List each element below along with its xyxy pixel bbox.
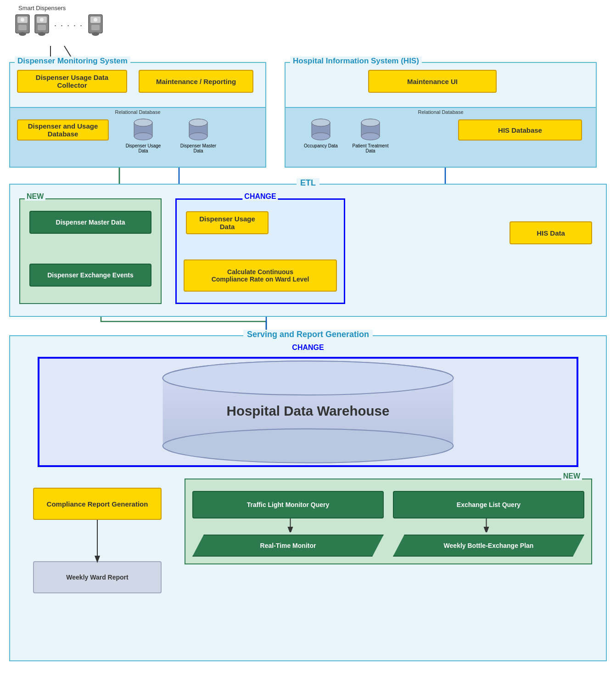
dispenser-db-box: Dispenser and Usage Database <box>17 119 109 141</box>
data-warehouse-box: Hospital Data Warehouse <box>38 357 578 467</box>
db-cylinder-occupancy <box>309 117 332 142</box>
svg-point-9 <box>40 18 44 22</box>
svg-rect-2 <box>18 25 27 30</box>
real-time-monitor-box: Real-Time Monitor <box>192 535 384 557</box>
svg-point-3 <box>19 32 26 36</box>
his-box: Hospital Information System (HIS) Mainte… <box>285 62 597 168</box>
new-group-box: NEW Traffic Light Monitor Query Exchange… <box>185 479 592 564</box>
his-title: Hospital Information System (HIS) <box>290 56 422 66</box>
output-boxes-row: Real-Time Monitor Weekly Bottle-Exchange… <box>192 535 584 557</box>
dms-reldb-section: Relational Database Dispenser and Usage … <box>10 107 265 167</box>
dispensers-icons: · · · · · <box>14 14 104 37</box>
his-db-box: HIS Database <box>458 119 582 141</box>
occupancy-data-label: Occupancy Data <box>304 143 338 148</box>
svg-point-38 <box>312 133 330 140</box>
svg-rect-7 <box>38 25 46 30</box>
svg-point-34 <box>189 133 207 140</box>
etl-change-label: CHANGE <box>242 192 278 201</box>
dispenser-icon-n <box>87 14 104 37</box>
svg-point-35 <box>189 119 207 126</box>
cylinder-svg: Hospital Data Warehouse <box>39 359 577 465</box>
exchange-list-box: Exchange List Query <box>393 491 584 518</box>
smart-dispensers-section: Smart Dispensers · · · · · <box>14 5 104 37</box>
etl-change-box: CHANGE Dispenser Usage Data Calculate Co… <box>175 198 345 304</box>
calculate-rate-box: Calculate Continuous Compliance Rate on … <box>184 259 337 292</box>
compliance-report-box: Compliance Report Generation <box>33 488 162 520</box>
svg-point-42 <box>361 133 380 140</box>
diagram-container: Smart Dispensers · · · · · <box>0 0 616 676</box>
his-reldb-label: Relational Database <box>286 108 596 116</box>
patient-treatment-icon: Patient Treatment Data <box>350 117 391 153</box>
weekly-bottle-box: Weekly Bottle-Exchange Plan <box>393 535 584 557</box>
maintenance-ui-box: Maintenance UI <box>368 70 497 93</box>
etl-new-box: NEW Dispenser Master Data Dispenser Exch… <box>19 198 162 304</box>
new-label-serving: NEW <box>561 472 582 480</box>
svg-point-14 <box>94 18 97 22</box>
dispenser-collector-box: Dispenser Usage Data Collector <box>17 70 127 93</box>
inner-arrows-svg <box>192 518 584 532</box>
cylinder-container: Hospital Data Warehouse <box>39 359 577 465</box>
dispenser-usage-data-etl: Dispenser Usage Data <box>186 211 269 234</box>
dispenser-master-data-etl: Dispenser Master Data <box>29 211 151 234</box>
svg-point-39 <box>312 119 330 126</box>
his-data-box: HIS Data <box>510 221 592 244</box>
etl-new-label: NEW <box>25 192 45 201</box>
serving-section: Serving and Report Generation CHANGE <box>9 335 607 661</box>
dispenser-usage-data-label: Dispenser Usage Data <box>125 143 162 153</box>
svg-point-47 <box>163 361 454 395</box>
svg-text:Hospital Data Warehouse: Hospital Data Warehouse <box>227 403 390 418</box>
svg-point-46 <box>163 429 454 463</box>
svg-point-31 <box>134 119 152 126</box>
db-cylinder-icon-usage <box>132 117 155 142</box>
db-cylinder-icon-master <box>187 117 210 142</box>
db-cylinder-patient <box>359 117 382 142</box>
dispenser-exchange-events-etl: Dispenser Exchange Events <box>29 264 151 287</box>
dispenser-icon-1 <box>14 14 31 37</box>
weekly-ward-report-box: Weekly Ward Report <box>33 561 162 593</box>
dms-title: Dispenser Monitoring System <box>15 56 130 66</box>
svg-point-43 <box>361 119 380 126</box>
dispenser-master-data-label: Dispenser Master Data <box>180 143 217 153</box>
serving-change-label: CHANGE <box>292 344 324 352</box>
patient-treatment-label: Patient Treatment Data <box>350 143 391 153</box>
dispenser-icon-2 <box>33 14 50 37</box>
traffic-light-box: Traffic Light Monitor Query <box>192 491 384 518</box>
maintenance-reporting-box: Maintenance / Reporting <box>139 70 253 93</box>
svg-point-4 <box>21 18 24 22</box>
svg-rect-12 <box>91 25 100 30</box>
svg-point-13 <box>92 32 99 36</box>
compliance-to-weekly-arrow <box>10 520 125 566</box>
smart-dispensers-label: Smart Dispensers <box>18 5 66 11</box>
occupancy-data-icon: Occupancy Data <box>304 117 338 148</box>
etl-section: ETL NEW Dispenser Master Data Dispenser … <box>9 184 607 317</box>
etl-title: ETL <box>297 178 319 188</box>
svg-point-8 <box>38 32 45 36</box>
weekly-bottle-wrap: Weekly Bottle-Exchange Plan <box>393 535 584 557</box>
real-time-monitor-wrap: Real-Time Monitor <box>192 535 384 557</box>
dots-separator: · · · · · <box>54 21 83 30</box>
query-boxes-row: Traffic Light Monitor Query Exchange Lis… <box>192 491 584 518</box>
dispenser-master-data-icon: Dispenser Master Data <box>180 117 217 153</box>
serving-title: Serving and Report Generation <box>243 330 373 339</box>
dms-reldb-label: Relational Database <box>10 108 265 116</box>
svg-point-30 <box>134 133 152 140</box>
his-reldb-section: Relational Database Occupancy Data <box>286 107 596 167</box>
dispenser-usage-data-icon: Dispenser Usage Data <box>125 117 162 153</box>
dms-box: Dispenser Monitoring System Dispenser Us… <box>9 62 266 168</box>
